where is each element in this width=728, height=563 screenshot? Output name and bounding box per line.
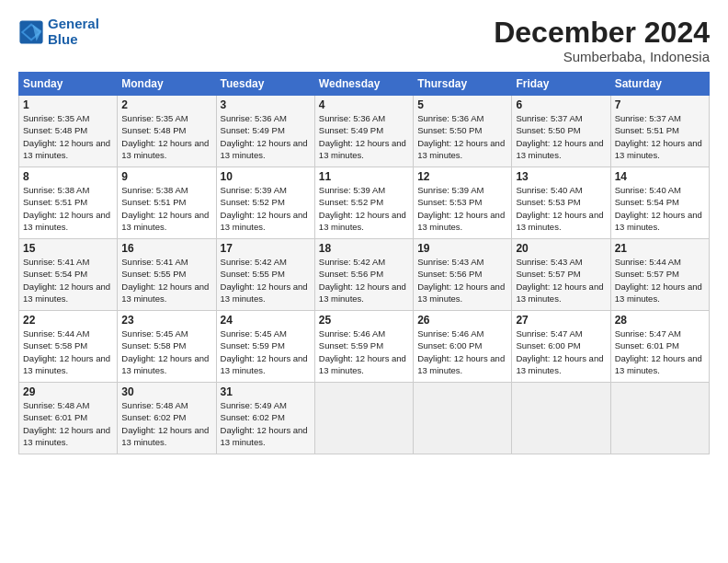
calendar-cell: 27Sunrise: 5:47 AMSunset: 6:00 PMDayligh… — [512, 311, 610, 383]
day-info: Sunrise: 5:38 AMSunset: 5:51 PMDaylight:… — [23, 184, 113, 233]
day-number: 26 — [417, 314, 507, 327]
weekday-header-saturday: Saturday — [610, 73, 709, 96]
day-number: 25 — [319, 314, 409, 327]
calendar-cell: 10Sunrise: 5:39 AMSunset: 5:52 PMDayligh… — [216, 167, 314, 239]
calendar-cell: 24Sunrise: 5:45 AMSunset: 5:59 PMDayligh… — [216, 311, 314, 383]
calendar-cell: 30Sunrise: 5:48 AMSunset: 6:02 PMDayligh… — [118, 383, 216, 454]
day-number: 10 — [221, 170, 311, 183]
day-info: Sunrise: 5:35 AMSunset: 5:48 PMDaylight:… — [121, 112, 211, 161]
day-number: 7 — [615, 98, 705, 111]
calendar-cell: 16Sunrise: 5:41 AMSunset: 5:55 PMDayligh… — [118, 239, 216, 311]
day-number: 19 — [417, 242, 507, 255]
calendar-week-row: 22Sunrise: 5:44 AMSunset: 5:58 PMDayligh… — [19, 311, 710, 383]
day-number: 31 — [221, 385, 311, 398]
month-title: December 2024 — [494, 17, 710, 49]
day-number: 23 — [121, 314, 211, 327]
day-info: Sunrise: 5:40 AMSunset: 5:53 PMDaylight:… — [516, 184, 606, 233]
day-info: Sunrise: 5:41 AMSunset: 5:54 PMDaylight:… — [23, 256, 113, 304]
day-info: Sunrise: 5:48 AMSunset: 6:01 PMDaylight:… — [23, 399, 113, 448]
day-info: Sunrise: 5:42 AMSunset: 5:56 PMDaylight:… — [319, 256, 409, 304]
title-block: December 2024 Sumberbaba, Indonesia — [494, 17, 710, 64]
day-info: Sunrise: 5:36 AMSunset: 5:50 PMDaylight:… — [417, 112, 507, 161]
calendar-cell: 13Sunrise: 5:40 AMSunset: 5:53 PMDayligh… — [512, 167, 610, 239]
day-info: Sunrise: 5:37 AMSunset: 5:51 PMDaylight:… — [615, 112, 705, 161]
calendar-week-row: 29Sunrise: 5:48 AMSunset: 6:01 PMDayligh… — [19, 383, 710, 454]
day-info: Sunrise: 5:39 AMSunset: 5:52 PMDaylight:… — [221, 184, 311, 233]
day-number: 14 — [615, 170, 705, 183]
calendar-cell — [314, 383, 413, 454]
day-info: Sunrise: 5:42 AMSunset: 5:55 PMDaylight:… — [221, 256, 311, 304]
weekday-header-sunday: Sunday — [19, 73, 118, 96]
page-container: General Blue December 2024 Sumberbaba, I… — [0, 0, 728, 464]
logo-text: General Blue — [48, 17, 99, 47]
day-number: 18 — [319, 242, 409, 255]
day-number: 17 — [221, 242, 311, 255]
day-number: 22 — [23, 314, 113, 327]
calendar-cell: 23Sunrise: 5:45 AMSunset: 5:58 PMDayligh… — [118, 311, 216, 383]
day-number: 11 — [319, 170, 409, 183]
weekday-header-thursday: Thursday — [414, 73, 512, 96]
day-number: 12 — [417, 170, 507, 183]
day-info: Sunrise: 5:47 AMSunset: 6:00 PMDaylight:… — [516, 327, 606, 376]
day-info: Sunrise: 5:46 AMSunset: 6:00 PMDaylight:… — [417, 327, 507, 376]
weekday-header-tuesday: Tuesday — [216, 73, 314, 96]
calendar-cell: 8Sunrise: 5:38 AMSunset: 5:51 PMDaylight… — [19, 167, 118, 239]
calendar-cell: 26Sunrise: 5:46 AMSunset: 6:00 PMDayligh… — [414, 311, 512, 383]
calendar-cell — [512, 383, 610, 454]
day-number: 28 — [615, 314, 705, 327]
calendar-cell: 31Sunrise: 5:49 AMSunset: 6:02 PMDayligh… — [216, 383, 314, 454]
day-number: 21 — [615, 242, 705, 255]
location: Sumberbaba, Indonesia — [494, 49, 710, 64]
day-info: Sunrise: 5:43 AMSunset: 5:56 PMDaylight:… — [417, 256, 507, 304]
day-info: Sunrise: 5:38 AMSunset: 5:51 PMDaylight:… — [121, 184, 211, 233]
calendar-cell: 18Sunrise: 5:42 AMSunset: 5:56 PMDayligh… — [314, 239, 413, 311]
day-number: 8 — [23, 170, 113, 183]
calendar-cell: 29Sunrise: 5:48 AMSunset: 6:01 PMDayligh… — [19, 383, 118, 454]
calendar-table: SundayMondayTuesdayWednesdayThursdayFrid… — [18, 72, 710, 454]
day-number: 4 — [319, 98, 409, 111]
day-info: Sunrise: 5:37 AMSunset: 5:50 PMDaylight:… — [516, 112, 606, 161]
weekday-header-wednesday: Wednesday — [314, 73, 413, 96]
calendar-cell: 3Sunrise: 5:36 AMSunset: 5:49 PMDaylight… — [216, 96, 314, 167]
day-info: Sunrise: 5:40 AMSunset: 5:54 PMDaylight:… — [615, 184, 705, 233]
day-number: 20 — [516, 242, 606, 255]
calendar-cell: 5Sunrise: 5:36 AMSunset: 5:50 PMDaylight… — [414, 96, 512, 167]
day-info: Sunrise: 5:45 AMSunset: 5:58 PMDaylight:… — [121, 327, 211, 376]
calendar-cell: 19Sunrise: 5:43 AMSunset: 5:56 PMDayligh… — [414, 239, 512, 311]
calendar-cell: 7Sunrise: 5:37 AMSunset: 5:51 PMDaylight… — [610, 96, 709, 167]
day-info: Sunrise: 5:35 AMSunset: 5:48 PMDaylight:… — [23, 112, 113, 161]
day-info: Sunrise: 5:47 AMSunset: 6:01 PMDaylight:… — [615, 327, 705, 376]
calendar-week-row: 15Sunrise: 5:41 AMSunset: 5:54 PMDayligh… — [19, 239, 710, 311]
day-number: 16 — [121, 242, 211, 255]
day-number: 24 — [221, 314, 311, 327]
day-number: 27 — [516, 314, 606, 327]
weekday-header-monday: Monday — [118, 73, 216, 96]
calendar-cell: 14Sunrise: 5:40 AMSunset: 5:54 PMDayligh… — [610, 167, 709, 239]
day-info: Sunrise: 5:43 AMSunset: 5:57 PMDaylight:… — [516, 256, 606, 304]
day-info: Sunrise: 5:36 AMSunset: 5:49 PMDaylight:… — [319, 112, 409, 161]
calendar-cell: 22Sunrise: 5:44 AMSunset: 5:58 PMDayligh… — [19, 311, 118, 383]
day-info: Sunrise: 5:39 AMSunset: 5:52 PMDaylight:… — [319, 184, 409, 233]
day-number: 13 — [516, 170, 606, 183]
day-number: 6 — [516, 98, 606, 111]
calendar-cell: 9Sunrise: 5:38 AMSunset: 5:51 PMDaylight… — [118, 167, 216, 239]
day-number: 30 — [121, 385, 211, 398]
calendar-cell: 20Sunrise: 5:43 AMSunset: 5:57 PMDayligh… — [512, 239, 610, 311]
calendar-week-row: 1Sunrise: 5:35 AMSunset: 5:48 PMDaylight… — [19, 96, 710, 167]
header: General Blue December 2024 Sumberbaba, I… — [18, 17, 710, 64]
day-info: Sunrise: 5:39 AMSunset: 5:53 PMDaylight:… — [417, 184, 507, 233]
day-info: Sunrise: 5:36 AMSunset: 5:49 PMDaylight:… — [221, 112, 311, 161]
weekday-header-friday: Friday — [512, 73, 610, 96]
day-info: Sunrise: 5:46 AMSunset: 5:59 PMDaylight:… — [319, 327, 409, 376]
calendar-cell: 17Sunrise: 5:42 AMSunset: 5:55 PMDayligh… — [216, 239, 314, 311]
calendar-cell — [414, 383, 512, 454]
calendar-cell: 1Sunrise: 5:35 AMSunset: 5:48 PMDaylight… — [19, 96, 118, 167]
calendar-cell — [610, 383, 709, 454]
day-number: 29 — [23, 385, 113, 398]
day-info: Sunrise: 5:44 AMSunset: 5:58 PMDaylight:… — [23, 327, 113, 376]
calendar-week-row: 8Sunrise: 5:38 AMSunset: 5:51 PMDaylight… — [19, 167, 710, 239]
weekday-header-row: SundayMondayTuesdayWednesdayThursdayFrid… — [19, 73, 710, 96]
day-info: Sunrise: 5:45 AMSunset: 5:59 PMDaylight:… — [221, 327, 311, 376]
day-number: 1 — [23, 98, 113, 111]
day-number: 2 — [121, 98, 211, 111]
